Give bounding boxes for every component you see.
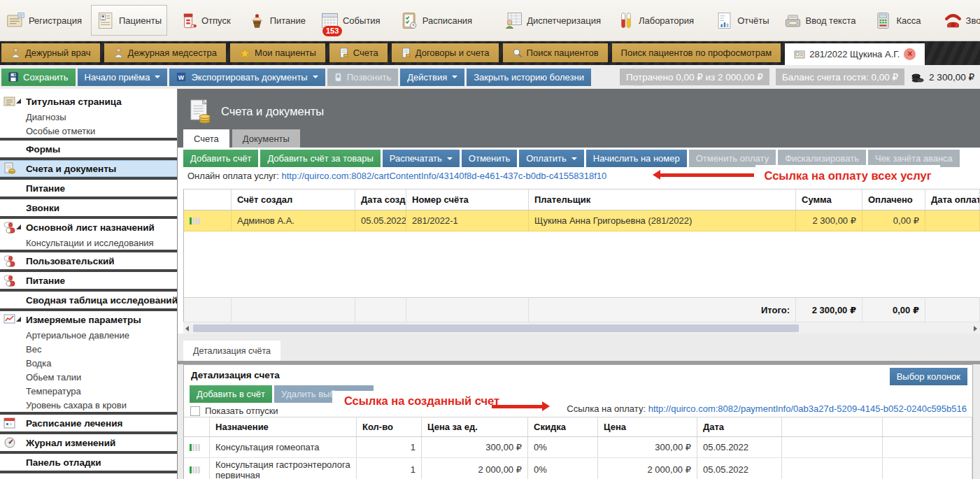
column-header-price[interactable]: Цена <box>598 417 697 436</box>
tab-duty-nurse[interactable]: Дежурная медсестра <box>104 43 227 62</box>
column-header-paid[interactable]: Оплачено <box>862 190 925 210</box>
scrollbar-thumb[interactable] <box>193 324 799 332</box>
choose-columns-button[interactable]: Выбор колонок <box>890 368 967 385</box>
sidebar-item-measured-params[interactable]: Измеряемые параметры <box>0 311 177 328</box>
sidebar-item-change-log[interactable]: Журнал изменений <box>0 434 177 451</box>
tab-duty-doctor[interactable]: Дежурный врач <box>1 43 100 62</box>
total-label: Итого: <box>529 298 796 322</box>
topbar-item-laboratory[interactable]: Лаборатория <box>611 5 699 36</box>
topbar-item-patients[interactable]: Пациенты <box>91 5 167 36</box>
sidebar-item-blood-sugar[interactable]: Уровень сахара в крови <box>0 398 177 412</box>
sidebar-item-title-page[interactable]: Титульная страница <box>0 93 177 110</box>
save-button[interactable]: Сохранить <box>1 69 76 86</box>
sidebar-item-calls[interactable]: Звонки <box>0 199 177 216</box>
sidebar-item-blood-pressure[interactable]: Артериальное давление <box>0 328 177 342</box>
sidebar-item-weight[interactable]: Вес <box>0 342 177 356</box>
tab-invoices[interactable]: Счета <box>329 43 388 62</box>
column-header-sum[interactable]: Сумма <box>796 190 862 210</box>
show-vacations-checkbox[interactable] <box>190 406 200 416</box>
column-header-created-date[interactable]: Дата создания <box>355 190 406 210</box>
start-reception-button[interactable]: Начало приёма <box>78 69 168 86</box>
tab-contracts-invoices[interactable]: Договоры и счета <box>392 43 499 62</box>
sidebar-item-custom[interactable]: Пользовательский <box>0 252 177 269</box>
item-status-cell <box>184 458 210 479</box>
pills-icon <box>3 221 16 234</box>
tab-label: Счета <box>353 48 378 58</box>
sidebar-item-nutrition-2[interactable]: Питание <box>0 272 177 289</box>
print-button[interactable]: Распечатать <box>383 150 460 167</box>
topbar-item-calls[interactable]: Звонки <box>939 5 980 36</box>
column-header-unit-price[interactable]: Цена за ед. <box>422 417 528 436</box>
top-toolbar: Регистрация Пациенты Отпуск Питание 153 … <box>0 0 980 41</box>
horizontal-scrollbar[interactable] <box>183 322 980 334</box>
close-tab-icon[interactable] <box>904 48 916 60</box>
cancel-invoice-button[interactable]: Отменить <box>462 150 517 167</box>
topbar-item-vacation[interactable]: Отпуск <box>174 5 236 36</box>
topbar-item-registration[interactable]: Регистрация <box>1 5 87 36</box>
column-header-service[interactable]: Назначение <box>210 417 357 436</box>
online-payment-link[interactable]: http://quirco.com:8082/cartContentInfo/4… <box>282 171 607 181</box>
add-goods-invoice-button[interactable]: Добавить счёт за товары <box>260 150 380 167</box>
call-button[interactable]: Позвонить <box>327 69 399 86</box>
column-header-status[interactable] <box>184 417 210 436</box>
sidebar-item-notes[interactable]: Заметки <box>0 473 177 479</box>
topbar-item-reports[interactable]: Отчёты <box>710 5 774 36</box>
column-header-created-by[interactable]: Счёт создал <box>232 190 355 210</box>
topbar-item-events[interactable]: 153 События <box>315 5 385 36</box>
scroll-right-icon[interactable] <box>974 326 977 331</box>
topbar-item-text-entry[interactable]: Ввод текста <box>779 5 861 36</box>
tab-patient-search-profosmotr[interactable]: Поиск пациентов по профосмотрам <box>612 43 781 62</box>
topbar-item-cashier[interactable]: Касса <box>869 5 925 36</box>
tab-patient-search[interactable]: Поиск пациентов <box>503 43 608 62</box>
topbar-item-nutrition[interactable]: Питание <box>243 5 311 36</box>
sidebar-item-nutrition[interactable]: Питание <box>0 180 177 196</box>
column-header-paid-date[interactable]: Дата оплаты <box>925 190 980 210</box>
word-doc-icon: W <box>176 72 186 82</box>
sidebar-item-forms[interactable]: Формы <box>0 141 177 157</box>
invoice-row[interactable]: Админов А.А. 05.05.2022 281/2022-1 Щукин… <box>184 210 980 231</box>
tab-my-patients[interactable]: Мои пациенты <box>230 43 325 62</box>
column-header-discount[interactable]: Скидка <box>528 417 598 436</box>
item-row[interactable]: Консультация гастроэнтеролога первичная … <box>184 458 972 479</box>
charge-to-number-button[interactable]: Начислить на номер <box>586 150 687 167</box>
tab-patient-record[interactable]: 281/2022 Щукина А.Г. <box>785 43 925 65</box>
sidebar-item-consultations[interactable]: Консультации и исследования <box>0 236 177 250</box>
tab-invoices-inner[interactable]: Счета <box>183 129 229 148</box>
sidebar-item-vodka[interactable]: Водка <box>0 356 177 370</box>
invoice-document-tabs: Счета Документы <box>183 129 303 148</box>
pay-button[interactable]: Оплатить <box>519 150 584 167</box>
column-header-qty[interactable]: Кол-во <box>357 417 422 436</box>
column-header-date[interactable]: Дата <box>697 417 782 436</box>
column-header-number[interactable]: Номер счёта <box>406 190 529 210</box>
scroll-left-icon[interactable] <box>185 326 189 331</box>
sidebar-item-special-marks[interactable]: Особые отметки <box>0 124 177 138</box>
sidebar-item-temperature[interactable]: Температура <box>0 384 177 398</box>
column-header-status[interactable] <box>184 190 232 210</box>
actions-button[interactable]: Действия <box>400 69 464 86</box>
close-history-button[interactable]: Закрыть историю болезни <box>467 69 591 86</box>
add-to-invoice-button[interactable]: Добавить в счёт <box>190 385 272 403</box>
topbar-item-dispatch[interactable]: Диспетчеризация <box>499 5 606 36</box>
tab-invoice-detail[interactable]: Детализация счёта <box>183 341 280 361</box>
add-invoice-button[interactable]: Добавить счёт <box>183 150 258 167</box>
sidebar-item-prescription-sheet[interactable]: Основной лист назначений <box>0 219 177 236</box>
sidebar-item-treatment-schedule[interactable]: Расписание лечения <box>0 415 177 431</box>
sidebar-item-invoices-documents[interactable]: Счета и документы <box>0 160 177 177</box>
sidebar-item-debug-panel[interactable]: Панель отладки <box>0 454 177 471</box>
sidebar-item-research-summary[interactable]: Сводная таблица исследований <box>0 292 177 308</box>
topbar-item-schedules[interactable]: Расписания <box>395 5 477 36</box>
sidebar-item-waist[interactable]: Обьем талии <box>0 370 177 384</box>
sidebar-item-diagnoses[interactable]: Диагнозы <box>0 110 177 124</box>
panel-header: Счета и документы <box>178 89 980 124</box>
item-row[interactable]: Консультация гомеопата 1 300,00 ₽ 0% 300… <box>184 437 972 458</box>
export-documents-button[interactable]: W Экспортировать документы <box>169 69 325 86</box>
payment-link-label: Ссылка на оплату: <box>567 403 646 414</box>
topbar-item-label: Отпуск <box>201 15 231 26</box>
column-header-payer[interactable]: Плательщик <box>529 190 796 210</box>
sidebar-item-label: Пользовательский <box>26 256 115 266</box>
tab-label: Поиск пациентов по профосмотрам <box>621 48 772 58</box>
invoice-payment-link[interactable]: http://quirco.com:8082/paymentInfo/0ab3a… <box>648 403 967 414</box>
sidebar-item-label: Формы <box>26 144 60 155</box>
topbar-item-label: Касса <box>896 15 921 26</box>
tab-documents-inner[interactable]: Документы <box>232 129 300 148</box>
